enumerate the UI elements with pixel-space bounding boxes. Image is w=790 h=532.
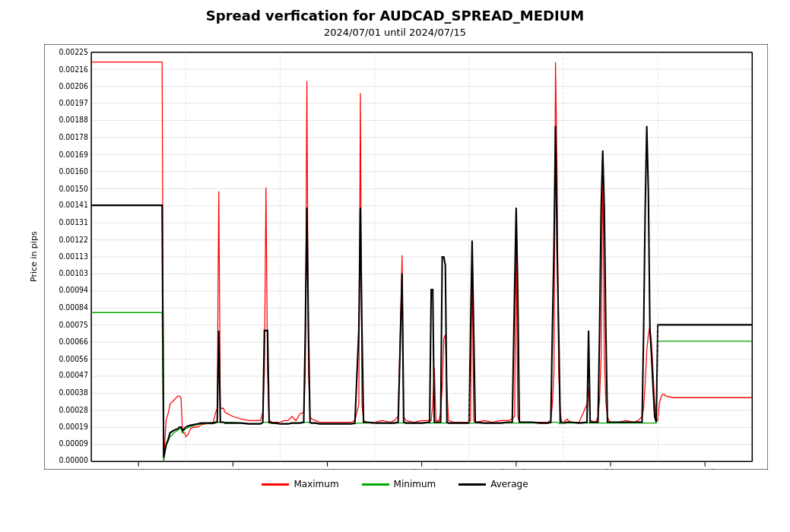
svg-text:0.00178: 0.00178 bbox=[59, 133, 88, 141]
chart-title: Spread verfication for AUDCAD_SPREAD_MED… bbox=[206, 8, 584, 24]
svg-text:0.00141: 0.00141 bbox=[59, 201, 88, 209]
svg-text:0.00038: 0.00038 bbox=[59, 388, 88, 397]
legend-avg-label: Average bbox=[490, 479, 528, 489]
svg-text:0.00084: 0.00084 bbox=[59, 303, 88, 312]
page-container: Spread verfication for AUDCAD_SPREAD_MED… bbox=[0, 0, 790, 532]
svg-text:0.00131: 0.00131 bbox=[59, 218, 88, 226]
svg-text:Wednesday: Wednesday bbox=[396, 467, 446, 470]
svg-text:0.00113: 0.00113 bbox=[59, 252, 88, 261]
chart-subtitle: 2024/07/01 until 2024/07/15 bbox=[324, 27, 466, 38]
legend-min-line bbox=[362, 483, 389, 486]
chart-area: Price in pips bbox=[23, 44, 768, 470]
svg-text:0.00094: 0.00094 bbox=[59, 286, 88, 294]
y-axis-label: Price in pips bbox=[23, 44, 44, 470]
legend-avg-line bbox=[458, 483, 486, 486]
legend-max-line bbox=[262, 483, 289, 486]
svg-text:Thursday: Thursday bbox=[495, 467, 536, 470]
chart-svg-container: 0.00225 0.00216 0.00206 0.00197 0.00188 … bbox=[44, 44, 768, 470]
legend-average: Average bbox=[458, 479, 528, 489]
chart-legend: Maximum Minimum Average bbox=[262, 479, 528, 489]
svg-text:Friday: Friday bbox=[597, 467, 623, 470]
svg-text:Monday: Monday bbox=[215, 467, 249, 470]
svg-text:0.00047: 0.00047 bbox=[59, 371, 88, 379]
svg-text:0.00216: 0.00216 bbox=[59, 65, 88, 73]
svg-text:Saturday: Saturday bbox=[685, 467, 724, 470]
legend-min-label: Minimum bbox=[394, 479, 436, 489]
svg-text:0.00028: 0.00028 bbox=[59, 405, 88, 413]
svg-text:Tuesday: Tuesday bbox=[309, 467, 344, 470]
svg-text:0.00160: 0.00160 bbox=[59, 167, 88, 176]
svg-text:0.00019: 0.00019 bbox=[59, 423, 88, 431]
svg-text:0.00103: 0.00103 bbox=[59, 269, 88, 277]
legend-max-label: Maximum bbox=[293, 479, 338, 489]
svg-text:0.00122: 0.00122 bbox=[59, 235, 88, 243]
svg-text:0.00056: 0.00056 bbox=[59, 355, 88, 363]
svg-text:0.00197: 0.00197 bbox=[59, 99, 88, 107]
svg-text:Sunday: Sunday bbox=[122, 467, 154, 470]
legend-maximum: Maximum bbox=[262, 479, 338, 489]
svg-text:0.00206: 0.00206 bbox=[59, 82, 88, 90]
svg-text:0.00009: 0.00009 bbox=[59, 439, 88, 448]
svg-text:0.00000: 0.00000 bbox=[59, 456, 88, 464]
svg-text:0.00225: 0.00225 bbox=[59, 48, 88, 56]
chart-inner: 0.00225 0.00216 0.00206 0.00197 0.00188 … bbox=[44, 44, 768, 470]
svg-text:0.00188: 0.00188 bbox=[59, 116, 88, 124]
svg-text:0.00169: 0.00169 bbox=[59, 150, 88, 158]
legend-minimum: Minimum bbox=[362, 479, 436, 489]
svg-text:0.00150: 0.00150 bbox=[59, 185, 88, 193]
svg-text:0.00066: 0.00066 bbox=[59, 337, 88, 346]
svg-text:0.00075: 0.00075 bbox=[59, 320, 88, 328]
